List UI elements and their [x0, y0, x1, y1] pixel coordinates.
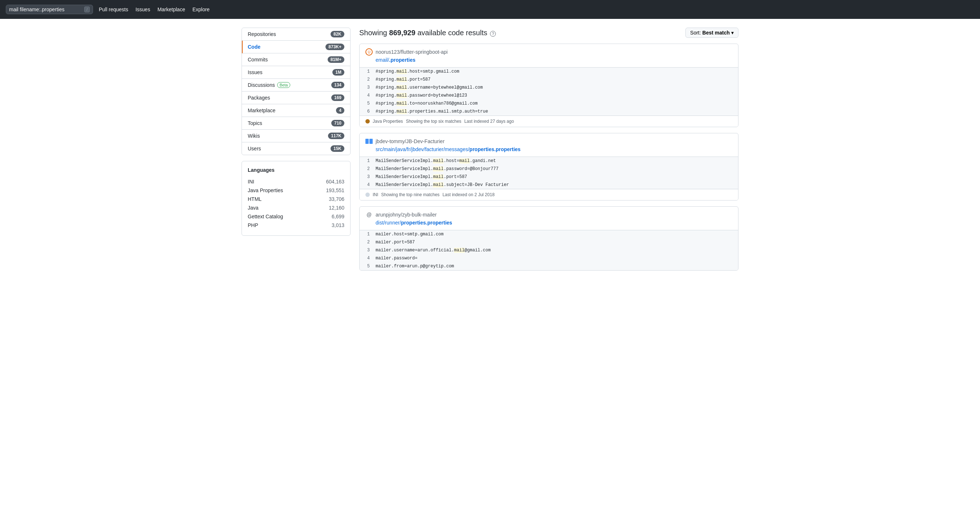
sidebar-item-code[interactable]: Code 873K+	[242, 41, 350, 53]
sidebar-item-wikis[interactable]: Wikis 117K	[242, 130, 350, 142]
result-header-3: @ arunpjohny/zyb-bulk-mailer dist/runner…	[360, 207, 738, 230]
code-line: 4#spring.mail.password=bytewheel@123	[360, 92, 738, 100]
code-line: 1mailer.host=smtp.gmail.com	[360, 230, 738, 238]
nav-marketplace[interactable]: Marketplace	[157, 6, 185, 12]
code-block-1: 1#spring.mail.host=smtp.gmail.com 2#spri…	[360, 67, 738, 116]
badge-topics: 710	[331, 120, 344, 126]
badge-users: 15K	[331, 145, 344, 152]
result-card-3: @ arunpjohny/zyb-bulk-mailer dist/runner…	[359, 207, 738, 271]
badge-marketplace: 4	[336, 107, 344, 114]
languages-filter: Languages INI 604,163 Java Properties 19…	[242, 161, 350, 236]
svg-text:U: U	[368, 50, 370, 54]
code-line: 2#spring.mail.port=587	[360, 76, 738, 84]
repo-name-2[interactable]: jbdev-tommy/JB-Dev-Facturier	[375, 138, 445, 144]
result-header-2: jbdev-tommy/JB-Dev-Facturier src/main/ja…	[360, 133, 738, 157]
sidebar-item-commits[interactable]: Commits 81M+	[242, 53, 350, 66]
sidebar-item-packages[interactable]: Packages 169	[242, 92, 350, 104]
footer-matches-2: Showing the top nine matches	[381, 192, 439, 197]
result-footer-1: Java Properties Showing the top six matc…	[360, 116, 738, 127]
sidebar-item-discussions[interactable]: Discussions Beta 134	[242, 79, 350, 92]
sidebar-item-issues[interactable]: Issues 1M	[242, 66, 350, 79]
header: / Pull requests Issues Marketplace Explo…	[0, 0, 980, 19]
badge-repositories: 82K	[331, 31, 344, 37]
category-filter: Repositories 82K Code 873K+ Commits 81M+…	[242, 28, 350, 155]
lang-item-java-properties[interactable]: Java Properties 193,551	[248, 186, 344, 195]
lang-item-php[interactable]: PHP 3,013	[248, 221, 344, 230]
repo-name-1[interactable]: noorus123/flutter-springboot-api	[375, 49, 447, 55]
results-header: Showing 869,929 available code results ?…	[359, 28, 738, 38]
svg-rect-3	[369, 139, 373, 144]
code-line: 5#spring.mail.to=nooruskhan786@gmail.com	[360, 100, 738, 108]
lang-item-ini[interactable]: INI 604,163	[248, 177, 344, 186]
badge-discussions: 134	[331, 82, 344, 88]
badge-commits: 81M+	[328, 56, 344, 63]
code-line: 5mailer.from=arun.p@greytip.com	[360, 262, 738, 270]
badge-issues: 1M	[332, 69, 344, 76]
svg-rect-2	[366, 139, 369, 144]
slash-badge: /	[84, 6, 90, 12]
repo-icon-2	[366, 138, 373, 145]
code-line: 3mailer.username=arun.official.mail@gmai…	[360, 246, 738, 254]
result-card-1: U noorus123/flutter-springboot-api email…	[359, 44, 738, 127]
code-line: 6#spring.mail.properties.mail.smtp.auth=…	[360, 108, 738, 116]
badge-wikis: 117K	[328, 133, 344, 139]
results-title-area: Showing 869,929 available code results ?	[359, 29, 496, 37]
code-block-3: 1mailer.host=smtp.gmail.com 2mailer.port…	[360, 230, 738, 270]
lang-item-html[interactable]: HTML 33,706	[248, 195, 344, 203]
search-input[interactable]	[9, 6, 81, 12]
sidebar-item-marketplace[interactable]: Marketplace 4	[242, 104, 350, 117]
footer-lang-2: INI	[373, 192, 378, 197]
beta-badge: Beta	[277, 82, 291, 88]
code-line: 1MailSenderServiceImpl.mail.host=mail.ga…	[360, 157, 738, 165]
lang-dot-2	[366, 192, 370, 197]
repo-icon-1: U	[366, 48, 373, 56]
lang-item-java[interactable]: Java 12,160	[248, 203, 344, 212]
sort-button[interactable]: Sort: Best match ▾	[686, 28, 738, 38]
sidebar-item-users[interactable]: Users 15K	[242, 142, 350, 155]
code-line: 2mailer.port=587	[360, 238, 738, 246]
results-title: Showing 869,929 available code results	[359, 29, 487, 37]
nav-pull-requests[interactable]: Pull requests	[99, 6, 128, 12]
nav-issues[interactable]: Issues	[135, 6, 150, 12]
code-line: 1#spring.mail.host=smtp.gmail.com	[360, 68, 738, 76]
result-header-1: U noorus123/flutter-springboot-api email…	[360, 44, 738, 67]
code-line: 3MailSenderServiceImpl.mail.port=587	[360, 173, 738, 181]
main-container: Repositories 82K Code 873K+ Commits 81M+…	[236, 19, 744, 285]
badge-packages: 169	[331, 94, 344, 101]
results-area: Showing 869,929 available code results ?…	[359, 28, 738, 277]
footer-indexed-1: Last indexed 27 days ago	[464, 119, 514, 124]
code-line: 4MailSenderServiceImpl.mail.subject=JB-D…	[360, 181, 738, 189]
sidebar-item-repositories[interactable]: Repositories 82K	[242, 28, 350, 41]
search-box[interactable]: /	[6, 5, 93, 14]
footer-matches-1: Showing the top six matches	[406, 119, 461, 124]
repo-name-3[interactable]: arunpjohny/zyb-bulk-mailer	[375, 212, 437, 218]
code-line: 3#spring.mail.username=bytewheel@gmail.c…	[360, 84, 738, 92]
help-icon[interactable]: ?	[490, 31, 496, 37]
nav-explore[interactable]: Explore	[192, 6, 210, 12]
result-footer-2: INI Showing the top nine matches Last in…	[360, 189, 738, 200]
code-line: 4mailer.password=	[360, 254, 738, 262]
sidebar: Repositories 82K Code 873K+ Commits 81M+…	[242, 28, 350, 277]
result-card-2: jbdev-tommy/JB-Dev-Facturier src/main/ja…	[359, 133, 738, 200]
footer-indexed-2: Last indexed on 2 Jul 2018	[442, 192, 494, 197]
sidebar-item-topics[interactable]: Topics 710	[242, 117, 350, 130]
languages-title: Languages	[248, 167, 344, 173]
footer-lang-1: Java Properties	[373, 119, 403, 124]
badge-code: 873K+	[325, 44, 344, 50]
main-nav: Pull requests Issues Marketplace Explore	[99, 6, 210, 12]
file-path-2[interactable]: src/main/java/fr/jbdev/facturier/message…	[375, 146, 520, 152]
code-block-2: 1MailSenderServiceImpl.mail.host=mail.ga…	[360, 157, 738, 189]
file-path-1[interactable]: email/.properties	[375, 57, 415, 63]
chevron-down-icon: ▾	[731, 30, 734, 36]
lang-dot-1	[366, 119, 370, 124]
repo-icon-3: @	[366, 211, 373, 218]
lang-item-gettext[interactable]: Gettext Catalog 6,699	[248, 212, 344, 221]
code-line: 2MailSenderServiceImpl.mail.password=@Bo…	[360, 165, 738, 173]
file-path-3[interactable]: dist/runner/properties.properties	[375, 220, 452, 226]
